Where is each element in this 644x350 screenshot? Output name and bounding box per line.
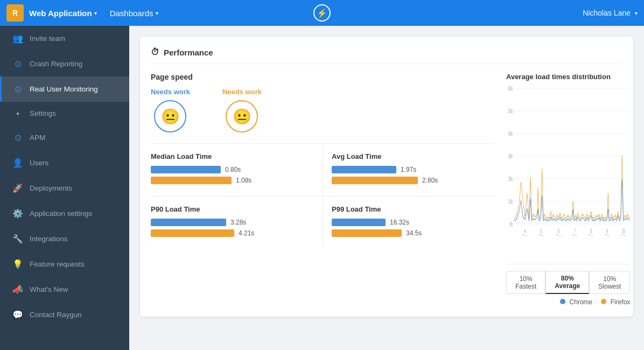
svg-text:Sep: Sep	[605, 234, 610, 236]
metric-avg-load: Avg Load Time 1.97s 2.80s	[323, 144, 495, 197]
sidebar-label-feature-requests: Feature requests	[30, 260, 85, 268]
topbar-right: Nicholas Lane ▾	[583, 9, 638, 17]
sidebar-label-users: Users	[30, 159, 48, 167]
deployments-icon: 🚀	[12, 183, 23, 193]
performance-header: ⏱ Performance	[151, 47, 622, 64]
sidebar-item-users[interactable]: 👤 Users	[0, 150, 129, 176]
svg-text:30s: 30s	[508, 153, 513, 159]
sidebar-item-application-settings[interactable]: ⚙️ Application settings	[0, 201, 129, 226]
bar-blue-1	[151, 166, 221, 173]
sidebar-item-contact-raygun[interactable]: 💬 Contact Raygun	[0, 302, 129, 327]
invite-team-icon: 👥	[12, 33, 23, 44]
performance-title: Performance	[164, 48, 213, 57]
svg-text:Sep: Sep	[523, 234, 528, 236]
metric-bar-row-3-1: 3.28s	[151, 219, 314, 226]
chart-svg: 60s 50s 40s 30s 20s 10s 0s	[506, 85, 630, 236]
user-name[interactable]: Nicholas Lane	[583, 9, 631, 17]
bar-orange-4	[332, 229, 402, 237]
metric-title-1: Median Load Time	[151, 152, 314, 160]
chart-title: Average load times distribution	[506, 73, 630, 81]
sidebar-item-rum[interactable]: ⊙ Real User Monitoring	[0, 76, 129, 102]
sidebar-item-feature-requests[interactable]: 💡 Feature requests	[0, 251, 129, 277]
metric-bar-row-4-2: 34.5s	[332, 229, 487, 237]
performance-content: Page speed Needs work 😐 Needs work 😐	[151, 73, 622, 306]
metric-bar-row-1-1: 0.80s	[151, 166, 314, 173]
svg-text:50s: 50s	[508, 108, 513, 114]
chrome-label: Chrome	[570, 298, 593, 306]
svg-text:20s: 20s	[508, 176, 513, 182]
app-logo: R	[6, 4, 24, 22]
bar-value-3-2: 4.21s	[239, 229, 254, 237]
bar-blue-4	[332, 219, 386, 226]
metrics-grid: Median Load Time 0.80s 1.08s	[151, 143, 495, 249]
speed-buttons: 10% Fastest 80% Average 10% Slowest	[506, 264, 630, 294]
bar-value-2-1: 1.97s	[401, 166, 416, 173]
bar-orange-2	[332, 177, 418, 184]
dashboards-dropdown-arrow[interactable]: ▾	[156, 10, 158, 16]
bar-blue-2	[332, 166, 396, 173]
legend-firefox: Firefox	[601, 298, 630, 306]
sidebar-item-invite-team[interactable]: 👥 Invite team	[0, 26, 129, 51]
sidebar-item-apm[interactable]: ⊙ APM	[0, 125, 129, 150]
application-settings-icon: ⚙️	[12, 208, 23, 219]
sidebar-item-whats-new[interactable]: 📣 What's New	[0, 277, 129, 302]
topbar-left: R Web Application ▾ Dashboards ▾	[6, 4, 171, 22]
metric-p99-load: P99 Load Time 16.32s 34.5s	[323, 197, 495, 249]
speed-btn-slowest[interactable]: 10% Slowest	[589, 271, 630, 294]
metric-title-2: Avg Load Time	[332, 152, 487, 160]
feature-requests-icon: 💡	[12, 259, 23, 269]
svg-text:Sep: Sep	[572, 234, 577, 236]
metric-bar-row-1-2: 1.08s	[151, 177, 314, 184]
svg-text:Sep: Sep	[539, 234, 544, 236]
sidebar-label-rum: Real User Monitoring	[30, 85, 98, 93]
svg-text:Sep: Sep	[621, 234, 626, 236]
app-dropdown-arrow[interactable]: ▾	[94, 10, 97, 16]
chrome-dot	[560, 299, 565, 304]
speed-btn-average[interactable]: 80% Average	[545, 271, 589, 294]
face-label-1: Needs work	[151, 88, 190, 96]
performance-card: ⏱ Performance Page speed Needs work 😐 Ne…	[140, 37, 633, 317]
sidebar-label-settings: Settings	[30, 109, 56, 117]
metric-p90-load: P90 Load Time 3.28s 4.21s	[151, 197, 323, 249]
lightning-icon[interactable]: ⚡	[313, 4, 331, 22]
main-content: ⏱ Performance Page speed Needs work 😐 Ne…	[129, 26, 644, 350]
bar-blue-3	[151, 219, 226, 226]
bar-orange-3	[151, 229, 234, 237]
metric-title-4: P99 Load Time	[332, 205, 487, 213]
chart-legend: Chrome Firefox	[506, 298, 630, 306]
sidebar-label-invite-team: Invite team	[30, 34, 65, 43]
metric-title-3: P90 Load Time	[151, 205, 314, 213]
sidebar: 👥 Invite team ⊙ Crash Reporting ⊙ Real U…	[0, 26, 129, 350]
svg-text:40s: 40s	[508, 131, 513, 137]
face-circle-1: 😐	[154, 100, 186, 132]
whats-new-icon: 📣	[12, 284, 23, 295]
speed-btn-fastest[interactable]: 10% Fastest	[506, 271, 545, 294]
app-name[interactable]: Web Application	[29, 9, 92, 18]
face-circle-2: 😐	[226, 100, 258, 132]
metric-bar-row-2-1: 1.97s	[332, 166, 487, 173]
bar-value-2-2: 2.80s	[422, 177, 438, 184]
svg-text:10s: 10s	[508, 199, 513, 205]
bar-value-1-1: 0.80s	[225, 166, 241, 173]
face-item-2: Needs work 😐	[222, 88, 262, 132]
crash-reporting-icon: ⊙	[12, 59, 23, 69]
sidebar-item-deployments[interactable]: 🚀 Deployments	[0, 176, 129, 201]
layout: 👥 Invite team ⊙ Crash Reporting ⊙ Real U…	[0, 26, 644, 350]
nav-dashboards[interactable]: Dashboards	[110, 9, 153, 18]
chart-area: 60s 50s 40s 30s 20s 10s 0s	[506, 85, 630, 257]
contact-raygun-icon: 💬	[12, 310, 23, 320]
apm-icon: ⊙	[12, 132, 23, 143]
sidebar-item-crash-reporting[interactable]: ⊙ Crash Reporting	[0, 51, 129, 76]
sidebar-item-integrations[interactable]: 🔧 Integrations	[0, 226, 129, 251]
sidebar-item-settings[interactable]: ● Settings	[0, 102, 129, 125]
users-icon: 👤	[12, 158, 23, 168]
metric-bar-row-3-2: 4.21s	[151, 229, 314, 237]
user-dropdown-arrow[interactable]: ▾	[635, 10, 638, 16]
rum-icon: ⊙	[12, 84, 23, 94]
integrations-icon: 🔧	[12, 234, 23, 244]
legend-chrome: Chrome	[560, 298, 592, 306]
svg-text:Sep: Sep	[589, 234, 593, 236]
perf-left: Page speed Needs work 😐 Needs work 😐	[151, 73, 495, 306]
page-speed-title: Page speed	[151, 73, 495, 81]
svg-text:60s: 60s	[508, 86, 513, 92]
